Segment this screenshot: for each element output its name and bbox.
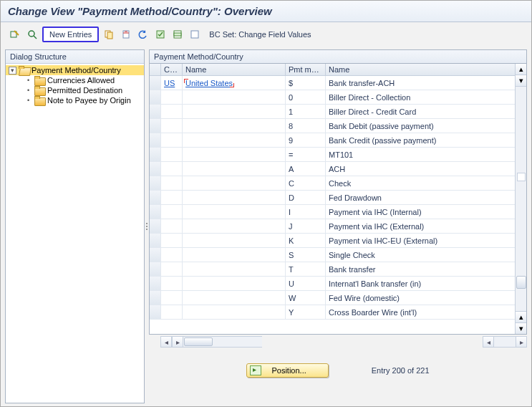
row-selector[interactable] <box>150 148 161 161</box>
delete-icon[interactable] <box>119 27 133 42</box>
scroll-up-icon[interactable]: ▾ <box>516 75 526 87</box>
hscroll-right2-icon[interactable]: ▸ <box>516 336 527 348</box>
cell-country-name[interactable] <box>183 90 286 104</box>
scroll-top-icon[interactable]: ▴ <box>516 64 526 75</box>
cell-description[interactable]: Payment via IHC (Internal) <box>326 205 526 219</box>
bc-set-label[interactable]: BC Set: Change Field Values <box>209 30 311 39</box>
row-selector[interactable] <box>150 105 161 118</box>
row-selector[interactable] <box>150 90 161 104</box>
table-row[interactable]: JPayment via IHC (External) <box>150 219 526 234</box>
cell-payment-method[interactable]: S <box>286 248 326 262</box>
hscroll-left2-icon[interactable]: ◂ <box>483 336 494 348</box>
cell-country[interactable] <box>161 133 183 147</box>
cell-country[interactable] <box>161 234 183 247</box>
cell-description[interactable]: Payment via IHC (External) <box>326 219 526 233</box>
collapse-icon[interactable]: ▾ <box>9 67 16 75</box>
cell-description[interactable]: Fed Wire (domestic) <box>326 291 526 305</box>
cell-country-name[interactable] <box>183 205 286 219</box>
tree-node-currencies-allowed[interactable]: • Currencies Allowed <box>6 75 144 85</box>
cell-country[interactable] <box>161 248 183 262</box>
toggle-display-change-icon[interactable] <box>8 27 22 42</box>
tree-node-permitted-destination[interactable]: • Permitted Destination <box>6 85 144 95</box>
cell-description[interactable]: Biller Direct - Credit Card <box>326 105 526 118</box>
table-row[interactable]: KPayment via IHC-EU (External) <box>150 234 526 248</box>
cell-description[interactable]: Bank Debit (passive payment) <box>326 119 526 133</box>
cell-description[interactable]: Bank transfer-ACH <box>326 76 526 90</box>
table-row[interactable]: 8Bank Debit (passive payment) <box>150 119 526 133</box>
cell-payment-method[interactable]: A <box>286 162 326 176</box>
table-row[interactable]: =MT101 <box>150 148 526 162</box>
cell-country-name[interactable] <box>183 176 286 190</box>
row-selector[interactable] <box>150 291 161 305</box>
cell-country[interactable] <box>161 305 183 319</box>
cell-country[interactable] <box>161 219 183 233</box>
table-row[interactable]: SSingle Check <box>150 248 526 262</box>
row-selector[interactable] <box>150 133 161 147</box>
row-selector[interactable] <box>150 176 161 190</box>
cell-payment-method[interactable]: W <box>286 291 326 305</box>
position-button[interactable]: Position... <box>246 363 328 378</box>
cell-payment-method[interactable]: 1 <box>286 105 326 118</box>
cell-description[interactable]: Check <box>326 176 526 190</box>
cell-country-name[interactable] <box>183 148 286 161</box>
cell-country[interactable] <box>161 277 183 290</box>
cell-description[interactable]: Single Check <box>326 248 526 262</box>
scroll-track[interactable] <box>516 87 526 311</box>
row-selector[interactable] <box>150 262 161 276</box>
table-row[interactable]: 0Biller Direct - Collection <box>150 90 526 105</box>
scroll-bottom-icon[interactable]: ▾ <box>516 322 526 334</box>
cell-country-name[interactable] <box>183 119 286 133</box>
cell-description[interactable]: Biller Direct - Collection <box>326 90 526 104</box>
table-row[interactable]: 1Biller Direct - Credit Card <box>150 105 526 119</box>
hscroll-track-right[interactable] <box>494 336 516 348</box>
table-row[interactable]: YCross Boarder Wire (int'l) <box>150 305 526 320</box>
table-row[interactable]: 9Bank Credit (passive payment) <box>150 133 526 148</box>
col-country-name[interactable]: Name <box>183 64 286 75</box>
table-row[interactable]: IPayment via IHC (Internal) <box>150 205 526 219</box>
cell-country-name[interactable] <box>183 262 286 276</box>
cell-country-name[interactable]: United States <box>183 76 286 90</box>
cell-country-name[interactable] <box>183 305 286 319</box>
cell-payment-method[interactable]: Y <box>286 305 326 319</box>
cell-country[interactable] <box>161 119 183 133</box>
row-selector[interactable] <box>150 234 161 247</box>
row-selector[interactable] <box>150 119 161 133</box>
cell-payment-method[interactable]: J <box>286 219 326 233</box>
cell-payment-method[interactable]: K <box>286 234 326 247</box>
cell-payment-method[interactable]: = <box>286 148 326 161</box>
cell-description[interactable]: ACH <box>326 162 526 176</box>
tree-node-note-to-payee[interactable]: • Note to Payee by Origin <box>6 95 144 105</box>
col-country[interactable]: Co... <box>161 64 183 75</box>
cell-payment-method[interactable]: C <box>286 176 326 190</box>
col-selector[interactable] <box>150 64 161 75</box>
cell-payment-method[interactable]: $ <box>286 76 326 90</box>
cell-description[interactable]: Fed Drawdown <box>326 191 526 204</box>
cell-country-name[interactable] <box>183 105 286 118</box>
cell-payment-method[interactable]: 0 <box>286 90 326 104</box>
table-row[interactable]: AACH <box>150 162 526 176</box>
cell-description[interactable]: MT101 <box>326 148 526 161</box>
cell-payment-method[interactable]: T <box>286 262 326 276</box>
table-row[interactable]: USUnited States$Bank transfer-ACH <box>150 76 526 90</box>
cell-payment-method[interactable]: D <box>286 191 326 204</box>
table-row[interactable]: UInternat'l Bank transfer (in) <box>150 277 526 291</box>
new-entries-button[interactable]: New Entries <box>42 27 99 42</box>
row-selector[interactable] <box>150 219 161 233</box>
cell-country-name[interactable] <box>183 291 286 305</box>
cell-country-name[interactable] <box>183 248 286 262</box>
table-row[interactable]: DFed Drawdown <box>150 191 526 205</box>
row-selector[interactable] <box>150 305 161 319</box>
cell-country[interactable] <box>161 90 183 104</box>
col-payment-method[interactable]: Pmt me... <box>286 64 326 75</box>
cell-description[interactable]: Cross Boarder Wire (int'l) <box>326 305 526 319</box>
undo-icon[interactable] <box>136 27 150 42</box>
copy-as-icon[interactable] <box>102 27 116 42</box>
cell-payment-method[interactable]: I <box>286 205 326 219</box>
cell-country-name[interactable] <box>183 219 286 233</box>
vertical-scrollbar[interactable]: ▴ ▾ ▴ ▾ <box>515 64 526 334</box>
row-selector[interactable] <box>150 205 161 219</box>
cell-payment-method[interactable]: U <box>286 277 326 290</box>
cell-country-name[interactable] <box>183 162 286 176</box>
cell-payment-method[interactable]: 8 <box>286 119 326 133</box>
hscroll-right-icon[interactable]: ▸ <box>172 336 183 348</box>
